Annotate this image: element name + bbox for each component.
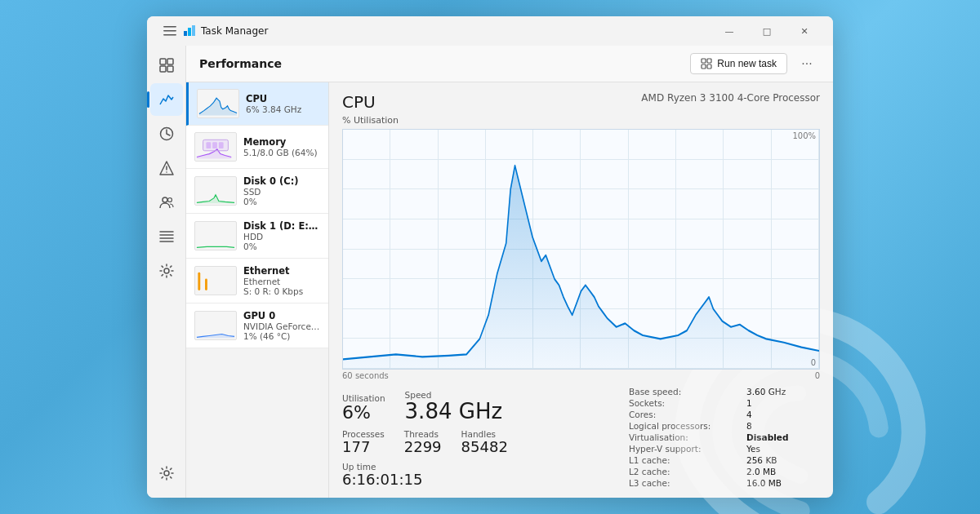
device-thumb-cpu (197, 89, 239, 118)
cpu-model: AMD Ryzen 3 3100 4-Core Processor (641, 92, 820, 104)
memory-device-name: Memory (243, 136, 320, 148)
sidebar-item-settings[interactable] (150, 457, 183, 490)
device-item-cpu[interactable]: CPU 6% 3.84 GHz (186, 82, 328, 126)
close-button[interactable]: ✕ (786, 18, 823, 44)
run-new-task-button[interactable]: Run new task (690, 53, 787, 74)
sidebar-item-startup[interactable] (150, 152, 183, 184)
device-thumb-ethernet (194, 266, 237, 295)
stat-utilisation: Utilisation 6% (342, 393, 385, 423)
svg-point-14 (163, 197, 167, 202)
ethernet-device-sub: EthernetS: 0 R: 0 Kbps (243, 277, 320, 296)
maximize-button[interactable]: □ (748, 18, 786, 44)
device-info-disk1: Disk 1 (D: E: F:) HDD0% (243, 220, 320, 251)
svg-point-20 (164, 268, 169, 273)
uptime-value: 6:16:01:15 (342, 472, 609, 488)
run-new-task-label: Run new task (717, 58, 777, 69)
disk1-device-sub: HDD0% (243, 232, 320, 251)
svg-rect-22 (702, 59, 706, 63)
sidebar (147, 46, 186, 498)
svg-rect-23 (707, 59, 711, 63)
svg-rect-3 (184, 31, 187, 36)
svg-rect-0 (163, 26, 176, 28)
svg-rect-4 (188, 28, 191, 36)
gpu0-device-sub: NVIDIA GeForce G...1% (46 °C) (243, 321, 320, 341)
svg-rect-1 (163, 30, 176, 32)
device-info-gpu0: GPU 0 NVIDIA GeForce G...1% (46 °C) (243, 310, 320, 341)
graph-x-left: 60 seconds (342, 371, 389, 380)
window-title: Task Manager (201, 25, 710, 37)
device-thumb-gpu0 (194, 311, 237, 340)
app-icon (183, 24, 196, 38)
cpu-device-name: CPU (246, 93, 320, 104)
svg-rect-6 (160, 59, 166, 64)
svg-rect-30 (212, 142, 217, 148)
title-bar: Task Manager — □ ✕ (147, 16, 833, 46)
sidebar-item-performance[interactable] (150, 83, 183, 116)
cpu-title: CPU (342, 92, 376, 112)
svg-rect-25 (707, 64, 711, 69)
svg-rect-8 (160, 66, 166, 72)
hamburger-button[interactable] (157, 18, 183, 44)
page-title: Performance (199, 57, 690, 70)
svg-point-15 (167, 198, 172, 202)
ethernet-device-name: Ethernet (243, 265, 320, 277)
more-options-button[interactable]: ··· (794, 52, 820, 75)
device-info-cpu: CPU 6% 3.84 GHz (246, 93, 320, 114)
cpu-device-sub: 6% 3.84 GHz (246, 104, 320, 114)
sidebar-item-overview[interactable] (150, 49, 183, 82)
sidebar-item-users[interactable] (150, 186, 183, 219)
device-thumb-memory (194, 132, 237, 162)
stat-uptime: Up time 6:16:01:15 (342, 462, 609, 488)
svg-rect-5 (192, 25, 195, 36)
gpu0-device-name: GPU 0 (243, 310, 320, 321)
stat-speed: Speed 3.84 GHz (405, 390, 503, 423)
cpu-utilisation-label: % Utilisation (342, 115, 820, 126)
device-item-disk0[interactable]: Disk 0 (C:) SSD0% (186, 169, 328, 214)
disk1-device-name: Disk 1 (D: E: F:) (243, 220, 320, 232)
device-thumb-disk0 (194, 176, 237, 206)
device-item-memory[interactable]: Memory 5.1/8.0 GB (64%) (186, 126, 328, 169)
svg-point-13 (166, 171, 167, 173)
device-info-memory: Memory 5.1/8.0 GB (64%) (243, 136, 320, 157)
disk0-device-sub: SSD0% (243, 187, 320, 206)
device-info-ethernet: Ethernet EthernetS: 0 R: 0 Kbps (243, 265, 320, 296)
disk0-device-name: Disk 0 (C:) (243, 175, 320, 187)
cpu-chart-svg (343, 130, 819, 369)
sidebar-item-services[interactable] (150, 255, 183, 287)
stats-left: Utilisation 6% Speed 3.84 GHz Processes (342, 387, 629, 488)
device-thumb-disk1 (194, 221, 237, 250)
stat-threads: Threads 2299 (404, 429, 442, 455)
stat-processes: Processes 177 (342, 429, 385, 455)
processes-value: 177 (342, 439, 385, 455)
utilisation-value: 6% (342, 403, 385, 423)
minimize-button[interactable]: — (710, 18, 748, 44)
device-item-ethernet[interactable]: Ethernet EthernetS: 0 R: 0 Kbps (186, 259, 328, 304)
svg-rect-2 (163, 34, 176, 36)
top-bar: Performance Run new task ··· (186, 46, 833, 82)
svg-point-21 (164, 471, 169, 476)
speed-value: 3.84 GHz (405, 400, 503, 423)
svg-rect-7 (167, 59, 173, 64)
window-controls: — □ ✕ (710, 18, 823, 44)
svg-marker-36 (343, 166, 819, 369)
handles-value: 85482 (461, 439, 508, 455)
memory-device-sub: 5.1/8.0 GB (64%) (243, 148, 320, 157)
device-info-disk0: Disk 0 (C:) SSD0% (243, 175, 320, 206)
device-item-disk1[interactable]: Disk 1 (D: E: F:) HDD0% (186, 214, 328, 259)
device-list: CPU 6% 3.84 GHz (186, 82, 329, 498)
stat-handles: Handles 85482 (461, 429, 508, 455)
sidebar-item-history[interactable] (150, 117, 183, 150)
svg-rect-29 (206, 142, 211, 148)
cpu-graph: 100% 0 (342, 129, 820, 370)
svg-rect-9 (167, 66, 173, 72)
svg-rect-31 (219, 142, 224, 148)
threads-value: 2299 (404, 439, 442, 455)
sidebar-item-details[interactable] (150, 220, 183, 253)
device-item-gpu0[interactable]: GPU 0 NVIDIA GeForce G...1% (46 °C) (186, 304, 328, 348)
svg-marker-26 (199, 98, 237, 115)
cpu-header: CPU AMD Ryzen 3 3100 4-Core Processor (342, 92, 820, 112)
svg-rect-24 (702, 64, 706, 69)
